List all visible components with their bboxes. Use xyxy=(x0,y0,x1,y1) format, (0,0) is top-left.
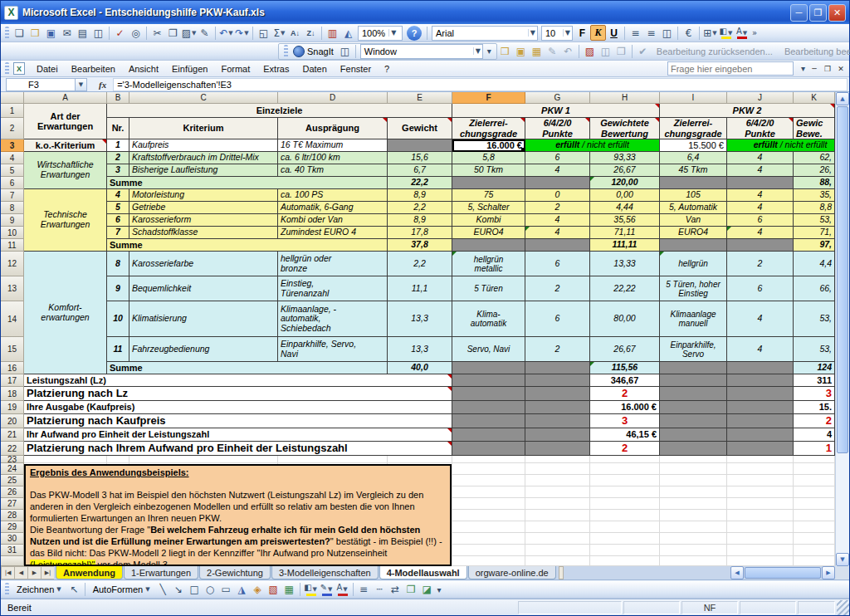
new-icon[interactable]: ❏ xyxy=(12,25,27,41)
row-header-28[interactable]: 28 xyxy=(1,510,24,521)
collab-button-1[interactable]: Bearbeitung beenden... xyxy=(784,46,850,56)
cell-I18[interactable] xyxy=(660,387,727,401)
cell-K13[interactable]: 66, xyxy=(794,276,835,301)
cell-E6[interactable]: 22,2 xyxy=(388,177,452,189)
cell-F7[interactable]: 75 xyxy=(452,189,525,202)
cell-A12[interactable]: Komfort-erwartungen xyxy=(24,252,107,374)
font-name-select[interactable]: Arial▼ xyxy=(432,26,538,41)
cell-G19[interactable] xyxy=(525,401,590,414)
rectangle-icon[interactable]: □ xyxy=(187,582,203,598)
empty-cell[interactable] xyxy=(525,533,590,545)
snagit-label[interactable]: SnagIt xyxy=(307,46,334,56)
cell-F1[interactable]: PKW 1 xyxy=(452,104,660,118)
cell-B7[interactable]: 4 xyxy=(107,189,129,202)
cell-J13[interactable]: 6 xyxy=(727,276,794,301)
menu-bearbeiten[interactable]: Bearbeiten xyxy=(65,62,122,76)
cell-H10[interactable]: 71,11 xyxy=(590,227,660,239)
cell-K16[interactable]: 124 xyxy=(794,362,835,374)
empty-cell[interactable] xyxy=(660,533,727,545)
cell-G7[interactable]: 0 xyxy=(525,189,590,202)
cell-G3[interactable]: erfüllt / nicht erfüllt xyxy=(525,139,660,152)
italic-button[interactable]: K xyxy=(590,25,606,41)
cell-F15[interactable]: Servo, Navi xyxy=(452,337,525,362)
cell-I13[interactable]: 5 Türen, hoherEinstieg xyxy=(660,276,727,301)
insert-function-icon[interactable]: fx xyxy=(99,80,106,90)
cell-E13[interactable]: 11,1 xyxy=(388,276,452,301)
row-header-18[interactable]: 18 xyxy=(1,387,24,401)
cell-I16[interactable] xyxy=(660,362,727,374)
close-button[interactable]: ✕ xyxy=(828,4,846,22)
empty-cell[interactable] xyxy=(727,533,794,545)
column-header-J[interactable]: J xyxy=(727,92,794,104)
cell-F13[interactable]: 5 Türen xyxy=(452,276,525,301)
cell-D4[interactable]: ca. 6 ltr/100 km xyxy=(278,152,388,164)
cell-J22[interactable] xyxy=(727,442,794,456)
row-header-14[interactable]: 14 xyxy=(1,301,24,337)
cut-icon[interactable]: ✂ xyxy=(149,25,165,41)
empty-cell[interactable] xyxy=(452,456,525,463)
menu-ansicht[interactable]: Ansicht xyxy=(122,62,165,76)
cell-B3[interactable]: 1 xyxy=(107,139,129,152)
first-sheet-button[interactable]: |◀ xyxy=(1,566,14,579)
cell-A4[interactable]: WirtschaftlicheErwartungen xyxy=(24,152,107,189)
cell-F17[interactable] xyxy=(452,374,525,387)
snagit-overflow-icon[interactable]: ▾ xyxy=(487,46,491,56)
drawing-icon[interactable]: ◭ xyxy=(340,25,356,41)
scroll-up-icon[interactable]: ▲ xyxy=(836,92,849,105)
empty-cell[interactable] xyxy=(590,521,660,533)
cell-K18[interactable]: 3 xyxy=(794,387,835,401)
cell-E8[interactable]: 2,2 xyxy=(388,202,452,214)
cell-C2[interactable]: Kriterium xyxy=(129,118,278,139)
print-icon[interactable]: ▤ xyxy=(75,25,90,41)
row-header-15[interactable]: 15 xyxy=(1,337,24,362)
formula-input[interactable]: ='3-Modelleigenschaften'!E3 xyxy=(113,78,848,91)
column-header-G[interactable]: G xyxy=(525,92,590,104)
zeichnen-menu[interactable]: Zeichnen▼ xyxy=(12,583,66,596)
empty-cell[interactable] xyxy=(590,456,660,463)
line-style-icon[interactable]: ≡ xyxy=(356,582,372,598)
empty-cell[interactable] xyxy=(660,521,727,533)
cell-J21[interactable] xyxy=(727,428,794,442)
cell-A3[interactable]: k.o.-Kriterium xyxy=(24,139,107,152)
next-sheet-button[interactable]: ▶ xyxy=(27,566,41,579)
doc-close-button[interactable]: ✕ xyxy=(834,62,848,75)
row-header-32[interactable] xyxy=(1,556,24,566)
empty-cell[interactable] xyxy=(452,521,525,533)
cell-D8[interactable]: Automatik, 6-Gang xyxy=(278,202,388,214)
cell-E11[interactable]: 37,8 xyxy=(388,239,452,252)
column-header-C[interactable]: C xyxy=(129,92,278,104)
autosum-icon[interactable]: Σ▼ xyxy=(271,25,287,41)
row-header-16[interactable]: 16 xyxy=(1,362,24,374)
menu-daten[interactable]: Daten xyxy=(296,62,333,76)
cell-B1[interactable]: Einzelziele xyxy=(107,104,452,118)
redo-icon[interactable]: ↷▼ xyxy=(234,25,250,41)
zoom-select[interactable]: 100%▼ xyxy=(358,26,403,41)
cell-C12[interactable]: Karosseriefarbe xyxy=(129,252,278,276)
cell-C3[interactable]: Kaufpreis xyxy=(129,139,278,152)
cell-K21[interactable]: 4 xyxy=(794,428,835,442)
cell-I12[interactable]: hellgrün xyxy=(660,252,727,276)
cell-A21[interactable]: Ihr Aufwand pro Einheit der Leistungszah… xyxy=(24,428,452,442)
menu-extras[interactable]: Extras xyxy=(256,62,296,76)
cell-D5[interactable]: ca. 40 Tkm xyxy=(278,164,388,177)
cell-J7[interactable]: 4 xyxy=(727,189,794,202)
undo-disabled-icon[interactable]: ↶ xyxy=(560,43,576,59)
doc-minimize-button[interactable]: ─ xyxy=(808,62,821,75)
cell-I14[interactable]: Klimaanlagemanuell xyxy=(660,301,727,337)
cell-D13[interactable]: Einstieg,Türenanzahl xyxy=(278,276,388,301)
cell-H7[interactable]: 0,00 xyxy=(590,189,660,202)
cell-C15[interactable]: Fahrzeugbedienung xyxy=(129,337,278,362)
scroll-left-icon[interactable]: ◀ xyxy=(730,566,744,579)
cell-C9[interactable]: Karosserieform xyxy=(129,214,278,227)
empty-cell[interactable] xyxy=(794,533,835,545)
cell-H11[interactable]: 111,11 xyxy=(590,239,660,252)
vertical-scrollbar[interactable]: ▲ ▼ xyxy=(835,92,849,566)
cell-A20[interactable]: Platzierung nach Kaufpreis xyxy=(24,414,452,428)
empty-cell[interactable] xyxy=(525,475,590,486)
cell-J4[interactable]: 4 xyxy=(727,152,794,164)
empty-cell[interactable] xyxy=(794,475,835,486)
cell-B8[interactable]: 5 xyxy=(107,202,129,214)
cell-H8[interactable]: 4,44 xyxy=(590,202,660,214)
help-icon[interactable]: ? xyxy=(407,26,422,41)
empty-cell[interactable] xyxy=(794,545,835,556)
